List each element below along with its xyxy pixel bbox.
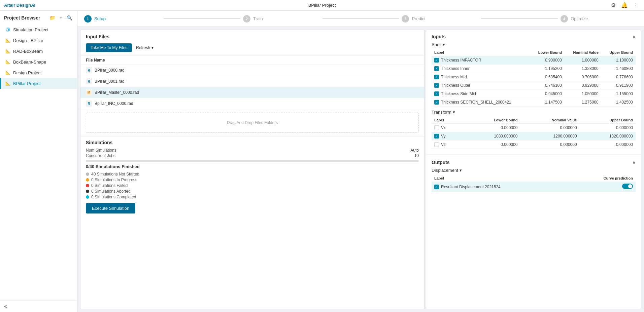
sidebar-add-icon[interactable]: ＋ bbox=[58, 14, 64, 22]
status-label: 0 Simulations Aborted bbox=[91, 189, 131, 194]
row-nominal: 0.000000 bbox=[520, 141, 579, 149]
row-lower: 1080.000000 bbox=[464, 132, 520, 141]
file-icon: R bbox=[86, 67, 92, 73]
shell-section-header[interactable]: Shell ▾ bbox=[432, 42, 636, 47]
sidebar-item-icon-rad-boxbeam: 📐 bbox=[5, 48, 10, 54]
num-simulations-value: Auto bbox=[410, 148, 419, 153]
row-lower: 0.746100 bbox=[530, 81, 565, 90]
simulation-status-item: 0 Simulations Aborted bbox=[86, 189, 419, 194]
step-predict[interactable]: 3 Predict bbox=[402, 15, 478, 23]
inputs-title: Inputs bbox=[432, 34, 446, 39]
file-item[interactable]: M BPillar_Master_0000.rad bbox=[80, 87, 424, 98]
table-row: Vx 0.000000 0.000000 0.000000 bbox=[432, 124, 636, 132]
row-nominal: 1.050000 bbox=[565, 90, 601, 98]
drop-zone[interactable]: Drag And Drop Files Folders bbox=[86, 113, 419, 133]
status-label: 0 Simulations In Progress bbox=[91, 178, 137, 182]
output-toggle-cell[interactable] bbox=[569, 182, 636, 192]
transform-inputs-table: Label Lower Bound Nominal Value Upper Bo… bbox=[432, 117, 636, 149]
table-row: ✓ Thickness Mid 0.635400 0.706000 0.7766… bbox=[432, 73, 636, 81]
outputs-collapse-icon[interactable]: ∧ bbox=[632, 160, 636, 165]
step-setup[interactable]: 1 Setup bbox=[84, 15, 161, 23]
transform-label: Transform bbox=[432, 110, 451, 115]
table-row: ✓ Thickness SECTION_SHELL_2000421 1.1475… bbox=[432, 98, 636, 107]
sidebar-item-boxbeam-shape[interactable]: 📐 BoxBeam-Shape bbox=[0, 56, 77, 67]
execute-simulation-button[interactable]: Execute Simulation bbox=[86, 203, 135, 213]
sidebar-item-design-bpillar[interactable]: 📐 Design - BPillar bbox=[0, 35, 77, 46]
output-label-cell: ✓ Resultant Displacement 2021524 bbox=[432, 182, 569, 192]
checkbox[interactable]: ✓ bbox=[434, 185, 439, 189]
step-optimize[interactable]: 4 Optimize bbox=[561, 15, 637, 23]
sidebar-item-icon-design-project: 📐 bbox=[5, 70, 10, 75]
file-actions: Take Me To My Files Refresh ▾ bbox=[80, 42, 424, 55]
row-label: Vy bbox=[441, 134, 446, 139]
checkbox[interactable]: ✓ bbox=[434, 134, 439, 139]
displacement-chevron-icon: ▾ bbox=[460, 168, 462, 173]
file-icon: R bbox=[86, 101, 92, 107]
table-row: Vz 0.000000 0.000000 0.000000 bbox=[432, 141, 636, 149]
checkbox[interactable] bbox=[434, 142, 439, 147]
simulation-status-item: 0 Simulations Failed bbox=[86, 183, 419, 188]
checkbox[interactable] bbox=[434, 125, 439, 130]
sidebar-item-bpillar-project[interactable]: 📐 BPillar Project bbox=[0, 78, 77, 89]
checkbox[interactable]: ✓ bbox=[434, 100, 439, 105]
row-lower: 0.900000 bbox=[530, 56, 565, 65]
simulations-section: Simulations Num Simulations Auto Concurr… bbox=[80, 136, 424, 216]
sidebar-header: Project Browser 📁 ＋ 🔍 bbox=[0, 11, 77, 24]
output-col-curve: Curve prediction bbox=[569, 175, 636, 182]
row-upper: 1320.000000 bbox=[580, 132, 636, 141]
inputs-section: Inputs ∧ Shell ▾ Label Lower Bound bbox=[426, 30, 641, 153]
output-col-label: Label bbox=[432, 175, 569, 182]
row-label: Thickness Inner bbox=[441, 66, 470, 71]
transform-col-nominal: Nominal Value bbox=[520, 117, 579, 124]
row-label: Vx bbox=[441, 125, 446, 130]
take-me-to-files-button[interactable]: Take Me To My Files bbox=[86, 43, 132, 52]
sidebar-folder-icon[interactable]: 📁 bbox=[49, 14, 56, 22]
sidebar-item-icon-boxbeam-shape: 📐 bbox=[5, 59, 10, 65]
row-upper: 0.911900 bbox=[601, 81, 636, 90]
file-list: R BPillar_0000.rad R BPillar_0001.rad M … bbox=[80, 65, 424, 109]
checkbox[interactable]: ✓ bbox=[434, 83, 439, 88]
sidebar-item-rad-boxbeam[interactable]: 📐 RAD-BoxBeam bbox=[0, 46, 77, 56]
row-upper: 0.776600 bbox=[601, 73, 636, 81]
transform-section-header[interactable]: Transform ▾ bbox=[432, 110, 636, 115]
file-item[interactable]: R Bpillar_INC_0000.rad bbox=[80, 98, 424, 109]
file-table-header: File Name bbox=[80, 55, 424, 65]
step-circle-2: 2 bbox=[243, 15, 250, 23]
file-item[interactable]: R BPillar_0000.rad bbox=[80, 65, 424, 76]
row-label: Vz bbox=[441, 142, 446, 147]
notification-icon[interactable]: 🔔 bbox=[620, 1, 629, 9]
row-label: Thickness Side Mid bbox=[441, 91, 476, 96]
simulations-finished-text: 0/40 Simulations Finished bbox=[86, 164, 419, 169]
displacement-label: Displacement bbox=[432, 168, 458, 173]
main-layout: Project Browser 📁 ＋ 🔍 🧊 Simulation Proje… bbox=[0, 11, 644, 312]
refresh-button[interactable]: Refresh ▾ bbox=[136, 45, 154, 50]
inputs-collapse-icon[interactable]: ∧ bbox=[632, 34, 636, 39]
content-area: 1 Setup 2 Train 3 Predict 4 Optimize Inp… bbox=[77, 11, 644, 312]
checkbox[interactable]: ✓ bbox=[434, 75, 439, 79]
row-nominal: 1.000000 bbox=[565, 56, 601, 65]
step-circle-3: 3 bbox=[402, 15, 409, 23]
displacement-section-header[interactable]: Displacement ▾ bbox=[432, 168, 636, 173]
settings-icon[interactable]: ⚙ bbox=[610, 1, 617, 9]
checkbox[interactable]: ✓ bbox=[434, 91, 439, 96]
sidebar-item-label-sim-project: Simulation Project bbox=[13, 27, 48, 32]
shell-col-nominal: Nominal Value bbox=[565, 49, 601, 56]
row-label: Thickness Outer bbox=[441, 83, 470, 88]
status-label: 40 Simulations Not Started bbox=[91, 172, 139, 177]
right-panel: Inputs ∧ Shell ▾ Label Lower Bound bbox=[426, 30, 641, 309]
step-label-2: Train bbox=[253, 16, 263, 21]
shell-label: Shell bbox=[432, 42, 441, 47]
checkbox[interactable]: ✓ bbox=[434, 58, 439, 63]
file-name: Bpillar_INC_0000.rad bbox=[95, 101, 133, 106]
sidebar-item-design-project[interactable]: 📐 Design Project bbox=[0, 67, 77, 78]
sidebar-item-sim-project[interactable]: 🧊 Simulation Project bbox=[0, 24, 77, 35]
sidebar-search-icon[interactable]: 🔍 bbox=[66, 14, 73, 22]
checkbox[interactable]: ✓ bbox=[434, 66, 439, 71]
sidebar-collapse-button[interactable]: « bbox=[4, 303, 7, 309]
row-nominal: 1.275000 bbox=[565, 98, 601, 107]
toggle-switch[interactable] bbox=[622, 184, 633, 189]
more-menu-icon[interactable]: ⋮ bbox=[632, 1, 640, 9]
file-item[interactable]: R BPillar_0001.rad bbox=[80, 76, 424, 87]
step-train[interactable]: 2 Train bbox=[243, 15, 320, 23]
simulation-progress-bar bbox=[86, 160, 419, 162]
